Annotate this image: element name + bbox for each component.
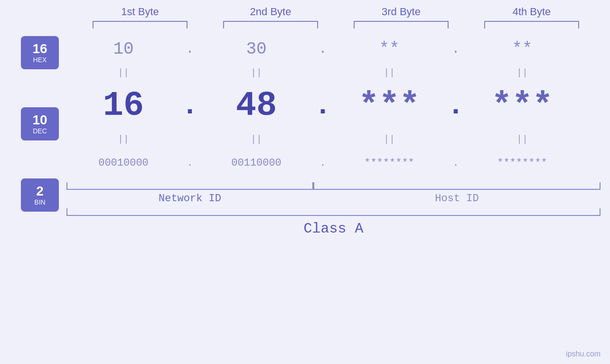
main-area: 16 HEX 10 DEC 2 BIN 10 . (0, 32, 610, 237)
watermark: ipshu.com (566, 350, 601, 358)
bin-dot1: . (180, 158, 199, 168)
hex-b3-cell: ** (332, 39, 446, 59)
top-brackets (75, 21, 597, 28)
dec-b3-value: *** (358, 86, 420, 125)
dec-b1-value: 16 (103, 86, 144, 125)
dec-badge-label: DEC (33, 127, 47, 135)
host-id-label: Host ID (313, 193, 601, 205)
class-label: Class A (66, 221, 601, 237)
id-labels: Network ID Host ID (66, 193, 610, 205)
network-bracket (66, 182, 313, 190)
bin-b4-cell: ******** (465, 157, 579, 169)
bin-b3-value: ******** (364, 157, 414, 169)
bottom-brackets (66, 182, 610, 190)
bin-b2-value: 00110000 (231, 157, 282, 169)
dec-b2-cell: 48 (199, 86, 313, 125)
eq2-b4: || (465, 134, 579, 145)
bracket-byte1 (93, 21, 188, 28)
eq1-b4: || (465, 67, 579, 78)
hex-badge-number: 16 (32, 42, 47, 56)
bin-dot2: . (313, 158, 332, 168)
dec-b4-value: *** (491, 86, 553, 125)
dec-b1-cell: 16 (66, 86, 180, 125)
bin-dot3: . (446, 158, 465, 168)
bin-b1-value: 00010000 (98, 157, 149, 169)
byte4-label: 4th Byte (475, 6, 589, 18)
eq1-b2: || (199, 67, 313, 78)
equals-row-1: || || || || (66, 65, 610, 80)
host-bracket (313, 182, 601, 190)
hex-b2-value: 30 (246, 39, 266, 59)
hex-b1-value: 10 (113, 39, 133, 59)
hex-badge: 16 HEX (21, 36, 59, 69)
eq2-b2: || (199, 134, 313, 145)
eq2-b1: || (66, 134, 180, 145)
dec-row: 16 . 48 . *** . *** (66, 80, 610, 132)
bin-b3-cell: ******** (332, 157, 446, 169)
hex-b1-cell: 10 (66, 39, 180, 59)
byte3-label: 3rd Byte (344, 6, 458, 18)
bin-b1-cell: 00010000 (66, 157, 180, 169)
bin-badge-label: BIN (34, 198, 45, 206)
bin-row: 00010000 . 00110000 . ******** . (66, 146, 610, 179)
byte2-label: 2nd Byte (214, 6, 328, 18)
hex-dot1: . (180, 42, 199, 56)
bin-b4-value: ******** (497, 157, 547, 169)
hex-b4-value: ** (512, 39, 532, 59)
hex-badge-label: HEX (33, 56, 47, 64)
overall-bracket (66, 208, 601, 216)
bracket-byte4 (484, 21, 579, 28)
badges-col: 16 HEX 10 DEC 2 BIN (0, 32, 66, 212)
hex-b4-cell: ** (465, 39, 579, 59)
dec-dot3: . (446, 87, 465, 124)
hex-b3-value: ** (379, 39, 399, 59)
header-row: 1st Byte 2nd Byte 3rd Byte 4th Byte (75, 6, 597, 18)
bracket-byte2 (223, 21, 318, 28)
hex-dot3: . (446, 42, 465, 56)
dec-dot1: . (180, 87, 199, 124)
bin-badge: 2 BIN (21, 178, 59, 212)
eq1-b3: || (332, 67, 446, 78)
content-col: 10 . 30 . ** . ** (66, 32, 610, 237)
bin-badge-number: 2 (36, 184, 44, 199)
eq2-b3: || (332, 134, 446, 145)
dec-b4-cell: *** (465, 86, 579, 125)
dec-b2-value: 48 (236, 86, 277, 125)
dec-badge: 10 DEC (21, 107, 59, 140)
dec-b3-cell: *** (332, 86, 446, 125)
bin-b2-cell: 00110000 (199, 157, 313, 169)
network-id-label: Network ID (66, 193, 313, 205)
dec-dot2: . (313, 87, 332, 124)
bracket-byte3 (354, 21, 449, 28)
equals-row-2: || || || || (66, 132, 610, 146)
hex-dot2: . (313, 42, 332, 56)
hex-row: 10 . 30 . ** . ** (66, 32, 610, 65)
eq1-b1: || (66, 67, 180, 78)
main-container: 1st Byte 2nd Byte 3rd Byte 4th Byte 16 H… (0, 0, 610, 364)
dec-badge-number: 10 (32, 113, 47, 128)
byte1-label: 1st Byte (83, 6, 197, 18)
hex-b2-cell: 30 (199, 39, 313, 59)
